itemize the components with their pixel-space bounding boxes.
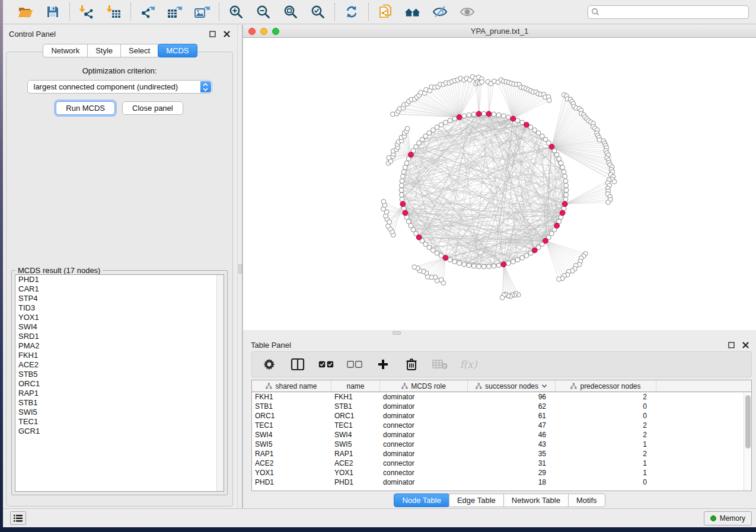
export-network-icon[interactable] bbox=[139, 4, 156, 20]
zoom-fit-icon[interactable] bbox=[282, 4, 299, 20]
tab-edge-table[interactable]: Edge Table bbox=[449, 493, 504, 507]
delete-columns-icon[interactable] bbox=[404, 357, 419, 372]
open-file-icon[interactable] bbox=[17, 4, 34, 20]
tab-network[interactable]: Network bbox=[43, 44, 88, 57]
zoom-out-icon[interactable] bbox=[255, 4, 272, 20]
mcds-result-item[interactable]: STB1 bbox=[15, 398, 224, 408]
mcds-result-item[interactable]: SRD1 bbox=[15, 332, 224, 341]
import-table-icon[interactable] bbox=[106, 4, 122, 20]
mcds-result-item[interactable]: ORC1 bbox=[15, 379, 224, 389]
column-header-predecessor-nodes[interactable]: predecessor nodes bbox=[556, 380, 656, 392]
cell-MCDS-role: dominator bbox=[380, 449, 468, 459]
split-panel-icon[interactable] bbox=[290, 357, 305, 372]
table-row[interactable]: ACE2ACE2connector311 bbox=[252, 459, 751, 468]
column-header-successor-nodes[interactable]: successor nodes bbox=[468, 380, 556, 392]
search-input[interactable] bbox=[588, 5, 749, 19]
attribute-tree-icon bbox=[266, 383, 272, 389]
float-table-panel-icon[interactable] bbox=[726, 340, 736, 350]
cell-shared-name: YOX1 bbox=[252, 468, 331, 477]
mcds-result-item[interactable]: ACE2 bbox=[15, 360, 224, 370]
table-scrollbar[interactable] bbox=[744, 393, 751, 491]
cell-successor-nodes: 35 bbox=[468, 449, 556, 459]
table-row[interactable]: SWI5SWI5connector431 bbox=[252, 440, 751, 449]
mcds-result-item[interactable]: PHD1 bbox=[15, 275, 224, 284]
cell-MCDS-role: dominator bbox=[380, 430, 468, 440]
horizontal-splitter[interactable] bbox=[243, 330, 756, 336]
tab-network-table[interactable]: Network Table bbox=[503, 493, 569, 507]
cell-shared-name: ACE2 bbox=[252, 459, 331, 468]
mcds-result-item[interactable]: PMA2 bbox=[15, 341, 224, 351]
export-table-icon[interactable] bbox=[167, 4, 183, 20]
tab-node-table[interactable]: Node Table bbox=[394, 493, 449, 507]
table-row[interactable]: YOX1YOX1connector291 bbox=[252, 468, 751, 477]
hide-selected-icon[interactable] bbox=[432, 4, 448, 20]
table-row[interactable]: FKH1FKH1dominator962 bbox=[252, 392, 751, 402]
cell-successor-nodes: 62 bbox=[468, 402, 556, 411]
network-canvas[interactable] bbox=[243, 38, 755, 330]
zoom-in-icon[interactable] bbox=[228, 4, 244, 20]
tab-mcds[interactable]: MCDS bbox=[158, 44, 197, 57]
cell-name: SWI4 bbox=[331, 430, 380, 440]
memory-button[interactable]: Memory bbox=[704, 511, 752, 525]
close-panel-button[interactable]: Close panel bbox=[122, 101, 183, 115]
show-selected-icon[interactable] bbox=[459, 4, 476, 20]
tab-style[interactable]: Style bbox=[87, 44, 121, 57]
mcds-result-item[interactable]: TEC1 bbox=[15, 417, 224, 427]
table-row[interactable]: SWI4SWI4dominator462 bbox=[252, 430, 751, 440]
column-header-shared-name[interactable]: shared name bbox=[252, 380, 331, 392]
mcds-list-scrollbar[interactable] bbox=[216, 275, 224, 491]
mcds-result-list[interactable]: PHD1CAR1STP4TID3YOX1SWI4SRD1PMA2FKH1ACE2… bbox=[15, 274, 224, 492]
table-scrollbar-thumb[interactable] bbox=[745, 395, 751, 448]
save-session-icon[interactable] bbox=[44, 4, 61, 20]
mcds-result-item[interactable]: YOX1 bbox=[15, 313, 224, 322]
tab-select[interactable]: Select bbox=[120, 44, 158, 57]
run-mcds-button[interactable]: Run MCDS bbox=[56, 101, 115, 115]
cell-name: ACE2 bbox=[331, 459, 380, 468]
settings-gear-icon[interactable] bbox=[261, 357, 277, 372]
tab-motifs[interactable]: Motifs bbox=[568, 493, 605, 507]
export-image-icon[interactable] bbox=[194, 4, 210, 20]
column-header-MCDS-role[interactable]: MCDS role bbox=[380, 380, 468, 392]
task-history-button[interactable] bbox=[10, 511, 26, 525]
clone-network-icon[interactable] bbox=[377, 4, 394, 20]
select-all-columns-icon[interactable] bbox=[318, 357, 334, 372]
mcds-result-item[interactable]: STB5 bbox=[15, 370, 224, 379]
node-table-header: shared namenameMCDS rolesuccessor nodesp… bbox=[252, 380, 751, 392]
network-and-table-area: YPA_prune.txt_1 Table Panel bbox=[243, 25, 756, 508]
refresh-layout-icon[interactable] bbox=[343, 4, 360, 20]
mcds-result-item[interactable]: GCR1 bbox=[15, 427, 224, 436]
table-row[interactable]: PHD1PHD1dominator180 bbox=[252, 477, 751, 487]
column-header-name[interactable]: name bbox=[331, 380, 380, 392]
import-network-icon[interactable] bbox=[78, 4, 95, 20]
close-table-panel-icon[interactable] bbox=[741, 340, 750, 350]
mcds-result-group: MCDS result (17 nodes) PHD1CAR1STP4TID3Y… bbox=[11, 270, 228, 495]
mcds-result-item[interactable]: TID3 bbox=[15, 303, 224, 313]
float-panel-icon[interactable] bbox=[208, 29, 217, 39]
vertical-splitter-grip[interactable] bbox=[238, 264, 242, 274]
add-column-icon[interactable] bbox=[375, 357, 391, 372]
show-all-nodes-icon[interactable] bbox=[404, 4, 421, 20]
table-panel: Table Panel bbox=[243, 336, 756, 508]
mcds-result-item[interactable]: SWI5 bbox=[15, 408, 224, 417]
optimization-criterion-select[interactable]: largest connected component (undirected) bbox=[27, 80, 212, 94]
zoom-selected-icon[interactable] bbox=[310, 4, 326, 20]
table-row[interactable]: RAP1RAP1dominator352 bbox=[252, 449, 751, 459]
table-row[interactable]: ORC1ORC1dominator610 bbox=[252, 411, 751, 421]
deselect-all-columns-icon[interactable] bbox=[347, 357, 362, 372]
table-row[interactable]: TEC1TEC1connector472 bbox=[252, 421, 751, 430]
cell-shared-name: STB1 bbox=[252, 402, 331, 411]
horizontal-splitter-grip[interactable] bbox=[393, 331, 401, 335]
vertical-splitter[interactable] bbox=[237, 25, 243, 508]
network-window-title: YPA_prune.txt_1 bbox=[243, 27, 756, 36]
cell-name: PHD1 bbox=[331, 477, 380, 487]
mcds-result-item[interactable]: CAR1 bbox=[15, 284, 224, 294]
task-list-icon bbox=[14, 515, 23, 522]
table-toolbar: f(x) bbox=[251, 351, 752, 377]
table-row[interactable]: STB1STB1dominator620 bbox=[252, 402, 751, 411]
mcds-result-item[interactable]: RAP1 bbox=[15, 389, 224, 398]
mcds-result-item[interactable]: SWI4 bbox=[15, 322, 224, 332]
close-panel-icon[interactable] bbox=[222, 29, 231, 39]
mcds-result-item[interactable]: FKH1 bbox=[15, 351, 224, 360]
criterion-selected-value: largest connected component (undirected) bbox=[34, 82, 178, 91]
mcds-result-item[interactable]: STP4 bbox=[15, 294, 224, 303]
